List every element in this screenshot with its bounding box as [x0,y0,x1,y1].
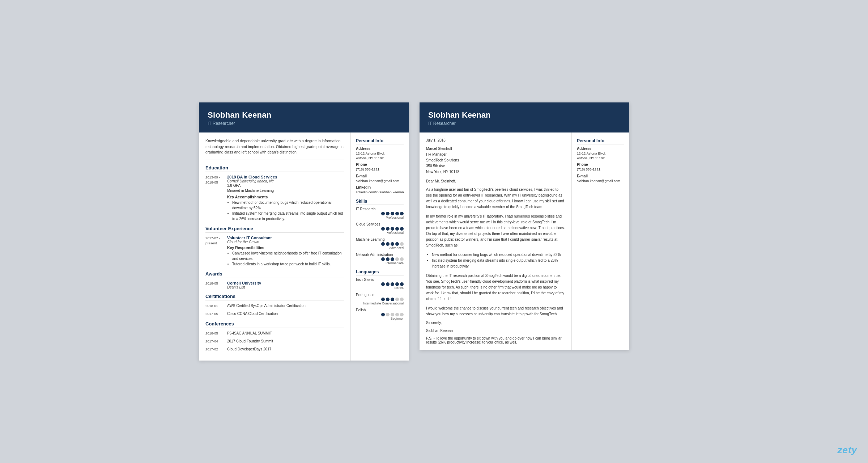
resume-name: Siobhan Keenan [208,110,400,120]
skill-name-ml: Machine Learning [356,237,404,241]
education-gpa: 3.8 GPA [227,183,344,188]
volunteer-date: 2017-07 -present [205,236,224,267]
cover-bullets: New method for documenting bugs which re… [426,252,565,269]
cover-para-2: In my former role in my university's IT … [426,214,565,248]
resume-document: Siobhan Keenan IT Researcher Knowledgeab… [199,102,409,361]
dot [391,242,394,246]
cover-bullet-2: Initiated system for merging data stream… [432,258,565,269]
awards-section-title: Awards [205,271,344,278]
cert-entry-1: 2018-01 AWS Certified SysOps Administrat… [205,303,344,308]
education-section-title: Education [205,165,344,172]
dot [395,227,399,231]
skill-dots-ml [356,242,404,246]
phone-label: Phone [356,163,404,167]
dot [391,212,394,215]
education-content: 2018 BA in Cloud Services Cornell Univer… [227,175,344,222]
award-org: Cornell University [227,281,344,285]
dot [391,282,394,286]
volunteer-bullet-2: Tutored clients in a workshop twice per … [232,261,344,267]
dot [391,298,394,301]
volunteer-section-title: Volunteer Experience [205,226,344,233]
volunteer-bullets: Canvassed lower-income neighborhoods to … [227,251,344,267]
dot [400,313,404,316]
cert-name-2: Cisco CCNA Cloud Certification [227,311,344,316]
cover-main: July 1, 2018 Marcel Steinhoff HR Manager… [420,132,571,350]
conf-content-2: 2017 Cloud Foundry Summit [227,339,344,344]
cover-para-1: As a longtime user and fan of SmogTech's… [426,187,565,210]
cover-date: July 1, 2018 [426,138,565,142]
dot [386,282,390,286]
zety-logo: zety [837,445,857,456]
lang-polish: Polish Beginner [356,308,404,320]
dot [386,227,390,231]
dot [395,282,399,286]
volunteer-responsibilities-label: Key Responsibilities [227,245,344,250]
cert-date-2: 2017-05 [205,311,224,316]
certifications-section-title: Certifications [205,294,344,300]
cover-body: July 1, 2018 Marcel Steinhoff HR Manager… [420,132,629,350]
recipient-name: Marcel Steinhoff [426,147,452,151]
linkedin-value: linkedin.com/in/siobhan.keenan [356,190,404,194]
resume-title: IT Researcher [208,121,400,126]
award-content: Cornell University Dean's List [227,281,344,289]
cover-title: IT Researcher [428,121,621,126]
cover-recipient: Marcel Steinhoff HR Manager SmogTech Sol… [426,146,565,175]
award-detail: Dean's List [227,285,344,289]
conf-entry-2: 2017-04 2017 Cloud Foundry Summit [205,339,344,344]
dot [391,257,394,261]
skill-level-it-research: Professional [356,216,404,219]
dot [381,242,385,246]
skill-it-research: IT Research Professional [356,207,404,219]
cover-greeting: Dear Mr. Steinhoff, [426,179,565,183]
dot [381,282,385,286]
address-label: Address [356,147,404,151]
education-date: 2013-09 -2018-05 [205,175,224,222]
lang-name-portuguese: Portuguese [356,293,404,297]
education-entry: 2013-09 -2018-05 2018 BA in Cloud Servic… [205,175,344,222]
page-wrapper: Siobhan Keenan IT Researcher Knowledgeab… [199,102,669,361]
conf-content-3: Cloud DeveloperDays 2017 [227,347,344,352]
dot [381,227,385,231]
cover-bullet-1: New method for documenting bugs which re… [432,252,565,258]
cover-letter-document: Siobhan Keenan IT Researcher July 1, 201… [420,102,629,350]
skill-name-network: Network Administration [356,253,404,257]
cover-ps: P.S. - I'd love the opportunity to sit d… [426,336,565,344]
dot [400,242,404,246]
dot [381,313,385,316]
skill-cloud: Cloud Services Professional [356,222,404,235]
dot [395,212,399,215]
dot [395,242,399,246]
conf-date-3: 2017-02 [205,347,224,352]
conf-content-1: FS-ISAC ANNUAL SUMMIT [227,331,344,336]
education-bullet-1: New method for documenting bugs which re… [232,200,344,211]
resume-body: Knowledgeable and dependable university … [199,132,409,361]
dot [381,257,385,261]
lang-dots-irish [356,282,404,286]
lang-dots-polish [356,313,404,316]
cover-phone-label: Phone [577,163,624,167]
conf-name-2: 2017 Cloud Foundry Summit [227,339,344,344]
conf-date-2: 2017-04 [205,339,224,344]
phone-value: (718) 555-1221 [356,167,404,172]
dot [386,257,390,261]
skill-level-network: Intermediate [356,261,404,265]
education-minor: Minored in Machine Learning [227,188,344,193]
email-value: siobhan.keenan@gmail.com [356,178,404,183]
cover-phone-value: (718) 555-1221 [577,167,624,172]
cover-sidebar: Personal Info Address 12-12 Astoria Blvd… [571,132,629,350]
skill-level-cloud: Professional [356,231,404,235]
dot [381,298,385,301]
recipient-addr2: New York, NY 10118 [426,170,459,174]
cover-para-3: Obtaining the IT research position at Sm… [426,273,565,302]
skill-ml: Machine Learning Advanced [356,237,404,250]
dot [391,227,394,231]
cert-name-1: AWS Certified SysOps Administrator Certi… [227,303,344,308]
resume-sidebar: Personal Info Address 12-12 Astoria Blvd… [351,132,409,361]
awards-entry: 2018-05 Cornell University Dean's List [205,281,344,289]
education-accomplishments-label: Key Accomplishments [227,195,344,199]
conf-date-1: 2018-05 [205,331,224,336]
volunteer-org: Cloud for the Crowd [227,240,344,244]
dot [381,212,385,215]
recipient-role: HR Manager [426,152,447,156]
volunteer-bullet-1: Canvassed lower-income neighborhoods to … [232,251,344,261]
